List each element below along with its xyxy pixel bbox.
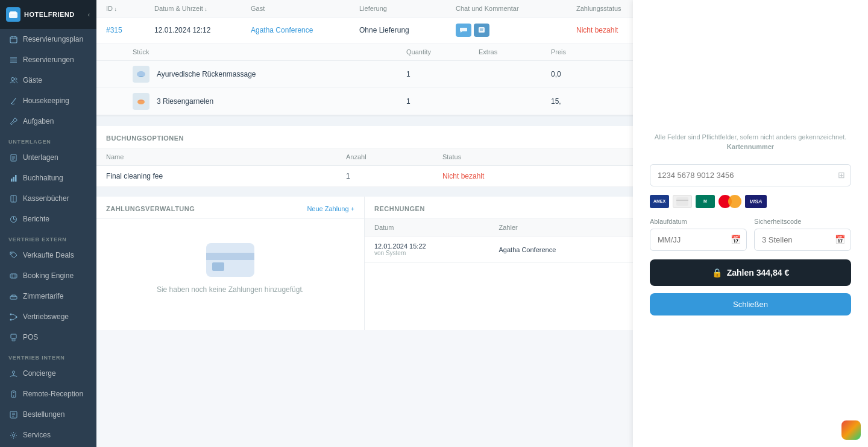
zahlungsverwaltung-section: ZAHLUNGSVERWALTUNG Neue Zahlung + Sie ha… bbox=[96, 197, 365, 330]
sidebar-item-berichte[interactable]: Berichte bbox=[0, 209, 96, 229]
book-icon bbox=[8, 194, 18, 203]
sidebar-label-housekeeping: Housekeeping bbox=[23, 97, 69, 105]
section-vertrieb-extern: VERTRIEB EXTERN bbox=[0, 229, 96, 245]
payment-card-icon bbox=[206, 243, 254, 277]
svg-rect-23 bbox=[10, 274, 17, 278]
table-row[interactable]: #315 12.01.2024 12:12 Agatha Conference … bbox=[96, 17, 633, 43]
section-vertrieb-intern: VERTRIEB INTERN bbox=[0, 347, 96, 363]
col-chat: Chat und Kommentar bbox=[456, 5, 576, 12]
pay-button[interactable]: 🔒 Zahlen 344,84 € bbox=[650, 259, 851, 286]
invoice-row-0[interactable]: 12.01.2024 15:22 von System Agatha Confe… bbox=[365, 236, 633, 263]
item-row-0: Ayurvedische Rückenmassage 1 0,0 bbox=[96, 61, 633, 88]
sidebar-item-vertriebswege[interactable]: Vertriebswege bbox=[0, 306, 96, 327]
sidebar-item-reservierungen[interactable]: Reservierungen bbox=[0, 49, 96, 70]
sidebar-item-services[interactable]: Services bbox=[0, 425, 96, 445]
sidebar-label-gaeste: Gäste bbox=[23, 76, 42, 84]
item-qty-1: 1 bbox=[406, 97, 479, 106]
doc-icon bbox=[8, 153, 18, 162]
security-label: Sicherheitscode bbox=[754, 218, 851, 225]
sidebar-item-bestellungen[interactable]: Bestellungen bbox=[0, 404, 96, 425]
invoice-col-datum: Datum bbox=[374, 224, 499, 231]
col-id[interactable]: ID bbox=[106, 5, 154, 12]
section-unterlagen: UNTERLAGEN bbox=[0, 132, 96, 147]
svg-line-11 bbox=[11, 98, 16, 104]
calendar-icon bbox=[8, 34, 18, 44]
lock-icon: 🔒 bbox=[712, 268, 722, 277]
sidebar-item-zimmertarife[interactable]: Zimmertarife bbox=[0, 286, 96, 306]
tag-icon bbox=[8, 250, 18, 260]
orders-table: ID Datum & Uhrzeit Gast Lieferung Chat u… bbox=[96, 0, 633, 116]
doc-comment-icon[interactable] bbox=[474, 24, 489, 37]
sidebar-item-unterlagen[interactable]: Unterlagen bbox=[0, 147, 96, 168]
invoice-datum: 12.01.2024 15:22 von System bbox=[374, 243, 499, 256]
sidebar-item-gaeste[interactable]: Gäste bbox=[0, 70, 96, 90]
ablauf-wrapper: 📅 bbox=[650, 229, 747, 251]
svg-rect-32 bbox=[11, 334, 16, 338]
panel-hint: Alle Felder sind Pflichtfelder, sofern n… bbox=[655, 132, 847, 152]
zahlungsverwaltung-title: ZAHLUNGSVERWALTUNG bbox=[106, 205, 195, 212]
sidebar-logo[interactable]: HOTELFRIEND ‹ bbox=[0, 0, 96, 29]
item-thumb-1 bbox=[133, 93, 149, 110]
sidebar-label-concierge: Concierge bbox=[23, 369, 56, 378]
booking-status: Nicht bezahlt bbox=[442, 172, 563, 180]
empty-payments-text: Sie haben noch keine Zahlungen hinzugefü… bbox=[157, 285, 304, 294]
sidebar-item-verkaufte-deals[interactable]: Verkaufte Deals bbox=[0, 245, 96, 265]
neue-zahlung-button[interactable]: Neue Zahlung + bbox=[307, 205, 354, 212]
ablauf-icon: 📅 bbox=[731, 235, 741, 244]
routes-icon bbox=[8, 312, 18, 322]
collapse-icon[interactable]: ‹ bbox=[88, 11, 90, 18]
sidebar-item-pos[interactable]: POS bbox=[0, 327, 96, 347]
sidebar-item-aufgaben[interactable]: Aufgaben bbox=[0, 111, 96, 132]
svg-point-34 bbox=[12, 371, 14, 373]
sidebar-item-buchhaltung[interactable]: Buchhaltung bbox=[0, 168, 96, 188]
col-lieferung: Lieferung bbox=[359, 5, 456, 12]
svg-point-29 bbox=[10, 313, 11, 315]
item-qty-0: 1 bbox=[406, 70, 479, 78]
booking-name: Final cleaning fee bbox=[106, 172, 346, 180]
col-action bbox=[563, 153, 623, 160]
sidebar-label-unterlagen: Unterlagen bbox=[23, 153, 58, 162]
svg-rect-1 bbox=[10, 11, 16, 14]
sidebar-label-pos: POS bbox=[23, 333, 38, 341]
security-icon: 📅 bbox=[835, 235, 845, 244]
security-wrapper: 📅 bbox=[754, 229, 851, 251]
col-gast: Gast bbox=[251, 5, 359, 12]
svg-point-31 bbox=[10, 319, 11, 320]
col-name: Name bbox=[106, 153, 346, 160]
card-number-input[interactable] bbox=[650, 164, 851, 186]
sidebar-label-aufgaben: Aufgaben bbox=[23, 117, 54, 125]
svg-rect-50 bbox=[676, 197, 688, 206]
sidebar-item-reservierungsplan[interactable]: Reservierungsplan bbox=[0, 29, 96, 49]
sidebar-item-concierge[interactable]: Concierge bbox=[0, 363, 96, 384]
chat-bubble-icon[interactable] bbox=[456, 24, 471, 37]
col-status: Status bbox=[442, 153, 563, 160]
close-button[interactable]: Schließen bbox=[650, 293, 851, 315]
booking-opts-header: Name Anzahl Status bbox=[96, 148, 633, 166]
row-gast[interactable]: Agatha Conference bbox=[251, 26, 359, 34]
sidebar-item-kassenbuecher[interactable]: Kassenbücher bbox=[0, 188, 96, 209]
services-icon bbox=[8, 430, 18, 440]
items-col-quantity: Quantity bbox=[406, 48, 479, 55]
item-row-1: 3 Riesengarnelen 1 15, bbox=[96, 88, 633, 115]
item-thumb-0 bbox=[133, 66, 149, 83]
svg-point-43 bbox=[12, 434, 14, 436]
card-brands: AMEX M VISA bbox=[650, 195, 851, 208]
sidebar-item-remote-reception[interactable]: Remote-Reception bbox=[0, 384, 96, 404]
col-anzahl: Anzahl bbox=[346, 153, 442, 160]
col-datum[interactable]: Datum & Uhrzeit bbox=[154, 5, 251, 12]
sidebar: HOTELFRIEND ‹ Reservierungsplan Reservie… bbox=[0, 0, 96, 447]
rechnungen-title: RECHNUNGEN bbox=[374, 205, 425, 212]
svg-rect-19 bbox=[11, 195, 16, 202]
svg-rect-18 bbox=[15, 175, 17, 182]
sidebar-item-booking-engine[interactable]: Booking Engine bbox=[0, 265, 96, 286]
generic-card-icon bbox=[673, 195, 692, 208]
row-datum: 12.01.2024 12:12 bbox=[154, 26, 251, 34]
row-id[interactable]: #315 bbox=[106, 26, 154, 34]
engine-icon bbox=[8, 271, 18, 281]
users-icon bbox=[8, 75, 18, 85]
panel-bottom-logo bbox=[841, 420, 861, 440]
buchungsoptionen-section: BUCHUNGSOPTIONEN Name Anzahl Status Fina… bbox=[96, 126, 633, 187]
table-header-row: ID Datum & Uhrzeit Gast Lieferung Chat u… bbox=[96, 0, 633, 17]
sidebar-item-housekeeping[interactable]: Housekeeping bbox=[0, 90, 96, 111]
sidebar-label-reservierungen: Reservierungen bbox=[23, 55, 74, 64]
